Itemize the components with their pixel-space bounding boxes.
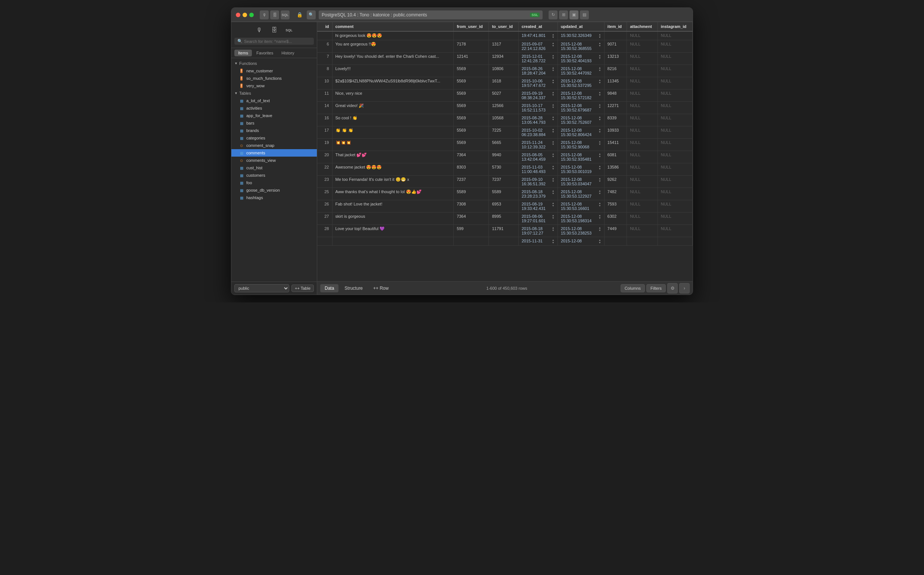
cell-created-at[interactable]: 2015-08-05 13:42:04.459▲▼	[518, 151, 558, 163]
cell-from-user-id[interactable]: 5569	[453, 102, 489, 114]
cell-id[interactable]: 6	[317, 40, 332, 52]
cell-updated-at[interactable]: 2015-12-08 15:30:52.752607▲▼	[558, 114, 604, 126]
cell-comment[interactable]: That jacket 💕💕	[332, 151, 453, 163]
cell-item-id[interactable]: 9262	[604, 176, 627, 188]
cell-from-user-id[interactable]: 7308	[453, 200, 489, 213]
cell-to-user-id[interactable]: 1317	[489, 40, 518, 52]
cell-updated-at[interactable]: 2015-12-08 15:30:52.537295▲▼	[558, 77, 604, 89]
sidebar-item-so-much-functions[interactable]: f so_much_functions	[231, 75, 317, 82]
cell-from-user-id[interactable]	[453, 31, 489, 40]
tab-history[interactable]: History	[278, 49, 298, 56]
cell-instagram-id[interactable]: NULL	[658, 213, 692, 225]
table-row[interactable]: 8Lovely!!!5569108062015-08-26 18:28:47.2…	[317, 65, 693, 77]
cell-id[interactable]: 10	[317, 77, 332, 89]
tab-structure[interactable]: Structure	[340, 284, 367, 292]
cell-comment[interactable]: Great video! 🎉	[332, 102, 453, 114]
refresh-icon[interactable]: ↻	[549, 10, 558, 19]
cell-from-user-id[interactable]: 5569	[453, 89, 489, 102]
cell-to-user-id[interactable]: 9940	[489, 151, 518, 163]
cell-to-user-id[interactable]: 7237	[489, 176, 518, 188]
cell-attachment[interactable]: NULL	[627, 176, 658, 188]
cell-updated-at[interactable]: 2015-12-08 15:30:52.935481▲▼	[558, 151, 604, 163]
cell-item-id[interactable]: 12271	[604, 102, 627, 114]
sidebar-item-categories[interactable]: ▦ categories	[231, 134, 317, 142]
cell-id[interactable]: 27	[317, 213, 332, 225]
cell-comment[interactable]: 👏 👏 👏	[332, 126, 453, 139]
split-view-icon[interactable]: ▣	[569, 10, 578, 19]
cell-from-user-id[interactable]: 7364	[453, 213, 489, 225]
cell-instagram-id[interactable]: NULL	[658, 89, 692, 102]
cell-created-at[interactable]: 2015-10-06 19:57:47.672▲▼	[518, 77, 558, 89]
cell-item-id[interactable]: 8339	[604, 114, 627, 126]
cell-comment[interactable]: hi gorgeous look 😍😍😍	[332, 31, 453, 40]
sidebar-item-comments-view[interactable]: ⊙ comments_view	[231, 157, 317, 164]
cell-comment[interactable]: Love your top! Beautiful 💜	[332, 225, 453, 237]
cell-instagram-id[interactable]: NULL	[658, 114, 692, 126]
cell-id[interactable]	[317, 31, 332, 40]
cell-comment[interactable]: Awesome jacket 😍😍😍	[332, 163, 453, 176]
cell-comment[interactable]: Hey lovely! You should def. enter the Ch…	[332, 52, 453, 65]
cell-attachment[interactable]: NULL	[627, 40, 658, 52]
search-icon[interactable]: 🔍	[307, 10, 316, 19]
cell-comment[interactable]: $2a$10$HZLN88PNuWWi4ZuS91lb8dR98ljt0kblv…	[332, 77, 453, 89]
add-table-button[interactable]: + + Table	[292, 284, 314, 292]
cell-updated-at[interactable]: 15:30:52.326349▲▼	[558, 31, 604, 40]
cell-created-at[interactable]: 2015-08-26 18:28:47.204▲▼	[518, 65, 558, 77]
table-row[interactable]: 27skirt is gorgeous736489952015-08-06 19…	[317, 213, 693, 225]
cell-created-at[interactable]: 2015-11-24 10:12:39.322▲▼	[518, 139, 558, 151]
cell-from-user-id[interactable]: 12141	[453, 52, 489, 65]
cell-from-user-id[interactable]: 7364	[453, 151, 489, 163]
tab-favorites[interactable]: Favorites	[253, 49, 277, 56]
cell-attachment[interactable]: NULL	[627, 151, 658, 163]
cell-id[interactable]: 19	[317, 139, 332, 151]
table-row[interactable]: 28Love your top! Beautiful 💜599117912015…	[317, 225, 693, 237]
cell-to-user-id[interactable]: 12566	[489, 102, 518, 114]
sidebar-item-hashtags[interactable]: ▦ hashtags	[231, 194, 317, 201]
sidebar-item-new-customer[interactable]: f new_customer	[231, 67, 317, 75]
cell-updated-at[interactable]: 2015-12-08 15:30:53.16601▲▼	[558, 200, 604, 213]
cell-id[interactable]: 17	[317, 126, 332, 139]
table-row[interactable]: 7Hey lovely! You should def. enter the C…	[317, 52, 693, 65]
cell-instagram-id[interactable]: NULL	[658, 139, 692, 151]
sidebar-item-customers[interactable]: ▦ customers	[231, 172, 317, 179]
table-row[interactable]: 14Great video! 🎉5569125662015-10-17 16:5…	[317, 102, 693, 114]
cell-item-id[interactable]: 6081	[604, 151, 627, 163]
cell-updated-at[interactable]: 2015-12-08 15:30:52.368555▲▼	[558, 40, 604, 52]
cell-attachment[interactable]: NULL	[627, 163, 658, 176]
cell-created-at[interactable]: 2015-12-01 12:41:28.722▲▼	[518, 52, 558, 65]
sidebar-search-input[interactable]	[244, 39, 311, 44]
cell-id[interactable]: 16	[317, 114, 332, 126]
cell-attachment[interactable]: NULL	[627, 225, 658, 237]
cell-comment[interactable]: Aww thanks that's what I thought to lol …	[332, 188, 453, 200]
cell-updated-at[interactable]: 2015-12-08 15:30:53.001019▲▼	[558, 163, 604, 176]
cell-id[interactable]: 8	[317, 65, 332, 77]
sidebar-db-icon[interactable]: 🎙	[253, 25, 265, 35]
cell-updated-at[interactable]: 2015-12-08 15:30:53.198314▲▼	[558, 213, 604, 225]
cell-to-user-id[interactable]: 10806	[489, 65, 518, 77]
cell-from-user-id[interactable]: 5569	[453, 114, 489, 126]
cell-item-id[interactable]: 13213	[604, 52, 627, 65]
cell-from-user-id[interactable]: 7178	[453, 40, 489, 52]
cell-instagram-id[interactable]: NULL	[658, 52, 692, 65]
cell-comment[interactable]: skirt is gorgeous	[332, 213, 453, 225]
cell-instagram-id[interactable]: NULL	[658, 65, 692, 77]
cell-updated-at[interactable]: 2015-12-08▲▼	[558, 237, 604, 246]
cell-item-id[interactable]: 13586	[604, 163, 627, 176]
cell-from-user-id[interactable]: 5569	[453, 126, 489, 139]
cell-attachment[interactable]: NULL	[627, 188, 658, 200]
table-row[interactable]: 10$2a$10$HZLN88PNuWWi4ZuS91lb8dR98ljt0kb…	[317, 77, 693, 89]
table-row[interactable]: 23Me too Fernanda! It's cute isn't it 😊😁…	[317, 176, 693, 188]
db-icon[interactable]: 🎙	[260, 10, 269, 19]
cell-id[interactable]: 26	[317, 200, 332, 213]
cell-created-at[interactable]: 2015-09-19 08:38:24.337▲▼	[518, 89, 558, 102]
cell-item-id[interactable]	[604, 237, 627, 246]
cell-id[interactable]: 7	[317, 52, 332, 65]
table-row[interactable]: 25Aww thanks that's what I thought to lo…	[317, 188, 693, 200]
cell-to-user-id[interactable]: 8995	[489, 213, 518, 225]
cell-instagram-id[interactable]	[658, 237, 692, 246]
cell-created-at[interactable]: 2015-08-18 23:28:23.379▲▼	[518, 188, 558, 200]
cell-item-id[interactable]: 9071	[604, 40, 627, 52]
table-row[interactable]: 19💥💥💥556956652015-11-24 10:12:39.322▲▼20…	[317, 139, 693, 151]
cell-id[interactable]: 25	[317, 188, 332, 200]
table-row[interactable]: 6You are gorgeous !!😍717813172015-09-07 …	[317, 40, 693, 52]
